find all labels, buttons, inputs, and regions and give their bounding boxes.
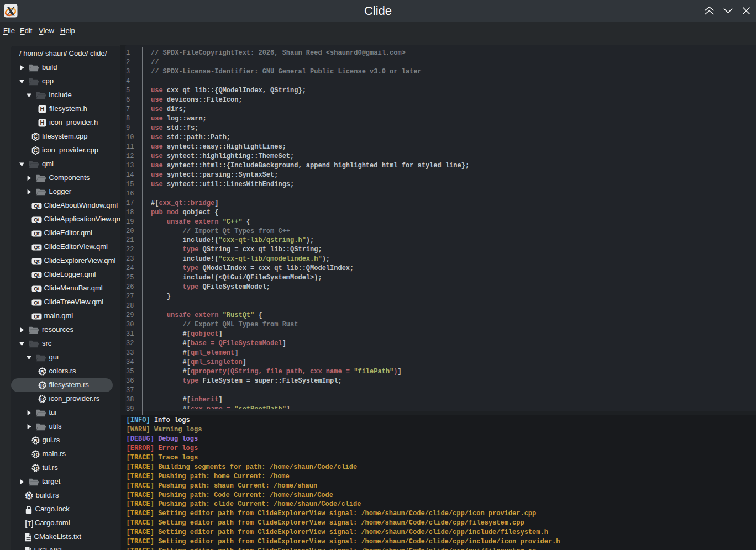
svg-text:T: T [27, 520, 31, 527]
svg-text:H: H [40, 119, 44, 126]
svg-text:Qt: Qt [34, 272, 40, 278]
svg-text:R: R [40, 396, 44, 402]
svg-text:R: R [34, 451, 38, 457]
svg-text:H: H [40, 105, 44, 112]
svg-text:R: R [40, 382, 44, 388]
svg-text:R: R [34, 437, 38, 443]
svg-text:Qt: Qt [34, 313, 40, 319]
svg-text:C: C [33, 134, 37, 140]
svg-text:R: R [40, 368, 44, 374]
svg-text:Qt: Qt [34, 244, 40, 250]
svg-text:Qt: Qt [34, 203, 40, 209]
svg-text:C: C [33, 147, 37, 154]
svg-text:R: R [34, 465, 38, 471]
svg-text:Qt: Qt [34, 299, 40, 305]
svg-text:R: R [27, 493, 31, 499]
svg-text:Qt: Qt [34, 216, 40, 223]
svg-text:Qt: Qt [34, 258, 40, 264]
svg-text:Qt: Qt [34, 285, 40, 292]
svg-text:Qt: Qt [34, 230, 40, 236]
